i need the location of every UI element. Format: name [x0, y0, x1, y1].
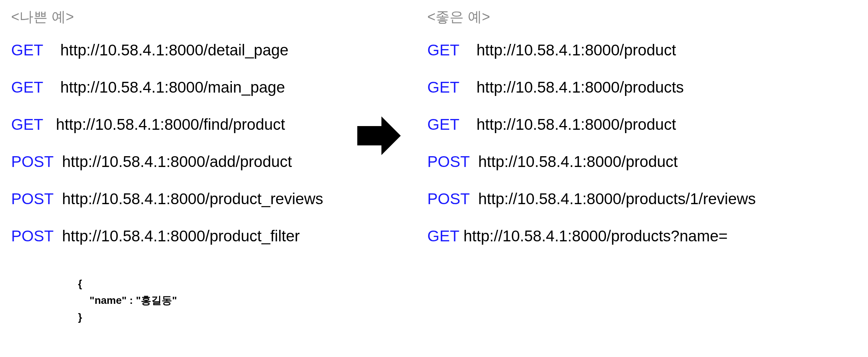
bad-example-heading: <나쁜 예>: [11, 7, 331, 26]
http-method: GET: [427, 78, 476, 96]
json-close-brace: }: [78, 309, 331, 326]
svg-marker-0: [357, 116, 401, 155]
api-entry: GET http://10.58.4.1:8000/find/product: [11, 116, 331, 134]
http-method: POST: [11, 153, 62, 171]
http-url: http://10.58.4.1:8000/products/1/reviews: [478, 190, 756, 208]
good-example-column: <좋은 예> GET http://10.58.4.1:8000/product…: [427, 7, 762, 264]
http-url: http://10.58.4.1:8000/products: [476, 78, 684, 96]
api-entry: POST http://10.58.4.1:8000/product_filte…: [11, 227, 331, 245]
api-entry: POST http://10.58.4.1:8000/products/1/re…: [427, 190, 762, 208]
api-entry: GET http://10.58.4.1:8000/products?name=: [427, 227, 762, 245]
http-method: POST: [427, 153, 478, 171]
http-url: http://10.58.4.1:8000/find/product: [56, 116, 285, 134]
http-url: http://10.58.4.1:8000/products?name=: [463, 227, 728, 245]
api-entry: GET http://10.58.4.1:8000/product: [427, 41, 762, 59]
arrow-right-icon: [355, 112, 403, 160]
api-entry: GET http://10.58.4.1:8000/detail_page: [11, 41, 331, 59]
comparison-container: <나쁜 예> GET http://10.58.4.1:8000/detail_…: [11, 7, 857, 325]
http-url: http://10.58.4.1:8000/main_page: [60, 78, 285, 96]
http-method: GET: [11, 41, 60, 59]
http-url: http://10.58.4.1:8000/product: [476, 41, 676, 59]
json-body-example: { "name" : "홍길동" }: [78, 276, 331, 325]
arrow-container: [346, 112, 412, 160]
api-entry: POST http://10.58.4.1:8000/product: [427, 153, 762, 171]
http-method: POST: [11, 227, 62, 245]
http-url: http://10.58.4.1:8000/product_reviews: [62, 190, 323, 208]
json-open-brace: {: [78, 276, 331, 292]
api-entry: GET http://10.58.4.1:8000/products: [427, 78, 762, 96]
api-entry: POST http://10.58.4.1:8000/add/product: [11, 153, 331, 171]
http-method: GET: [427, 227, 463, 245]
http-method: POST: [427, 190, 478, 208]
http-method: GET: [427, 116, 476, 134]
api-entry: GET http://10.58.4.1:8000/product: [427, 116, 762, 134]
json-body-line: "name" : "홍길동": [78, 292, 331, 309]
http-url: http://10.58.4.1:8000/detail_page: [60, 41, 288, 59]
http-url: http://10.58.4.1:8000/product: [476, 116, 676, 134]
api-entry: GET http://10.58.4.1:8000/main_page: [11, 78, 331, 96]
http-method: GET: [11, 78, 60, 96]
api-entry: POST http://10.58.4.1:8000/product_revie…: [11, 190, 331, 208]
http-method: GET: [427, 41, 476, 59]
http-method: GET: [11, 116, 56, 134]
http-url: http://10.58.4.1:8000/product_filter: [62, 227, 300, 245]
http-url: http://10.58.4.1:8000/add/product: [62, 153, 292, 171]
bad-example-column: <나쁜 예> GET http://10.58.4.1:8000/detail_…: [11, 7, 331, 325]
good-example-heading: <좋은 예>: [427, 7, 762, 26]
http-url: http://10.58.4.1:8000/product: [478, 153, 678, 171]
http-method: POST: [11, 190, 62, 208]
